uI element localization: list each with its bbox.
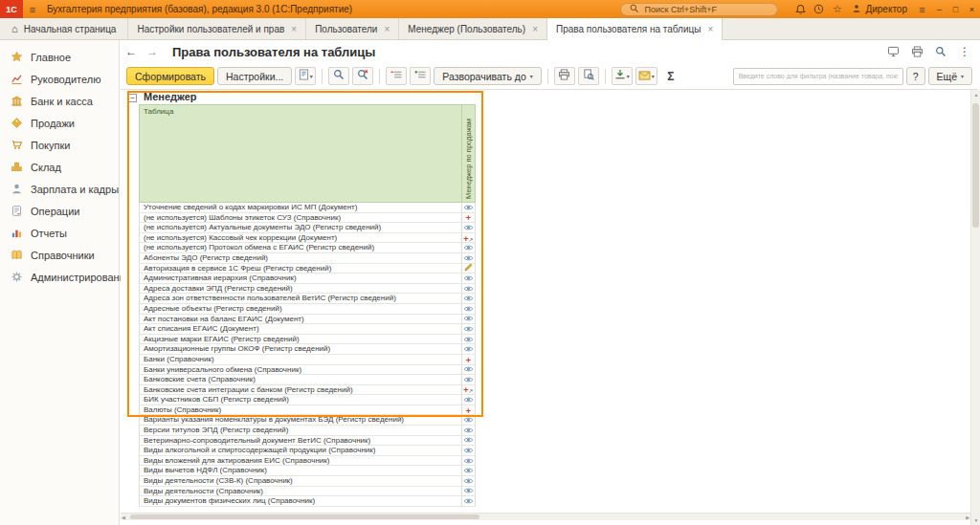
vertical-scroll-thumb[interactable] [972,103,979,228]
search-button[interactable] [328,67,349,85]
history-icon[interactable] [810,0,828,18]
table-row[interactable]: Виды деятельности (Справочник) [139,487,476,497]
table-row[interactable]: Валюты (Справочник)+ [139,405,476,416]
table-row[interactable]: БИК участников СБП (Регистр сведений) [139,395,476,405]
vertical-scrollbar[interactable]: ▲ ▼ [970,90,980,525]
table-row[interactable]: Адресные объекты (Регистр сведений) [139,304,476,315]
sidebar-item[interactable]: Продажи [0,112,119,134]
sidebar-item[interactable]: Отчеты [0,222,119,244]
home-tab[interactable]: ⌂ Начальная страница [0,18,127,39]
table-row[interactable]: Виды документов физических лиц (Справочн… [139,496,476,507]
table-row[interactable]: Адреса зон ответственности пользователей… [139,294,476,304]
sidebar-item[interactable]: Справочники [0,244,119,266]
table-row[interactable]: Ветеринарно-сопроводительный документ Ве… [139,436,476,447]
user-menu[interactable]: Директор [852,4,907,15]
collapse-group-icon[interactable]: − [128,94,137,102]
sidebar-item[interactable]: Зарплата и кадры [0,178,119,200]
more-menu-icon[interactable]: ⋮ [955,43,974,60]
sidebar-item[interactable]: Главное [0,46,119,68]
minimize-icon[interactable]: – [931,0,947,18]
service-menu-icon[interactable]: ≡ [913,0,931,18]
table-row[interactable]: Банковские счета (Справочник) [139,375,476,385]
scroll-down-icon[interactable]: ▼ [971,517,980,523]
table-row[interactable]: Адреса доставки ЭПД (Регистр сведений) [139,284,476,295]
table-row[interactable]: Виды вычетов НДФЛ (Справочник) [139,466,476,476]
table-row[interactable]: Абоненты ЭДО (Регистр сведений) [139,253,476,264]
horizontal-scrollbar[interactable]: ◀ ▶ [121,513,970,520]
expand-to-button[interactable]: Разворачивать до▾ [434,67,542,85]
sidebar-item[interactable]: Покупки [0,134,119,156]
sidebar-item[interactable]: Операции [0,200,119,222]
table-row[interactable]: Банковские счета интеграции с банком (Ре… [139,385,476,396]
tab-close-icon[interactable]: × [291,24,297,34]
table-row[interactable]: Авторизация в сервисе 1С Фреш (Регистр с… [139,264,476,274]
save-button[interactable]: ▾ [612,67,633,85]
table-name: (не используется) Кассовый чек коррекции… [139,233,462,244]
table-row[interactable]: (не используется) Шаблоны этикеток СУЗ (… [139,213,476,224]
horizontal-scroll-thumb[interactable] [130,514,479,519]
table-row[interactable]: (не используется) Актуальные документы Э… [139,223,476,233]
sidebar-item[interactable]: Банк и касса [0,90,119,112]
table-row[interactable]: Банки (Справочник)+ [139,355,476,365]
tab-label: Права пользователя на таблицы [556,24,701,34]
table-row[interactable]: (не используется) Протокол обмена с ЕГАИ… [139,243,476,253]
tab[interactable]: Настройки пользователей и прав× [127,18,305,39]
maximize-icon[interactable]: □ [947,0,964,18]
column-header-rotated[interactable]: Менеджер по продажам [462,104,476,203]
table-row[interactable]: Акцизные марки ЕГАИС (Регистр сведений) [139,335,476,345]
settings-button[interactable]: Настройки... [217,67,292,85]
tab[interactable]: Менеджер (Пользователь)× [398,18,546,39]
table-row[interactable]: Варианты указания номенклатуры в докумен… [139,415,476,426]
filter-input[interactable] [733,68,903,85]
search-clear-button[interactable] [352,67,373,85]
table-row[interactable]: Административная иерархия (Справочник) [139,273,476,284]
table-name: Виды документов физических лиц (Справочн… [139,496,462,507]
more-button[interactable]: Ещё▾ [928,67,973,85]
table-row[interactable]: Акт постановки на баланс ЕГАИС (Документ… [139,315,476,325]
display-settings-icon[interactable] [883,43,902,60]
print-preview-button[interactable] [578,67,599,85]
notifications-icon[interactable] [791,0,810,18]
table-row[interactable]: Виды вложений для актирования ЕИС (Справ… [139,456,476,467]
tab[interactable]: Пользователи× [305,18,398,39]
collapse-groups-button[interactable] [386,67,407,85]
find-icon[interactable] [931,43,950,60]
close-icon[interactable]: × [964,0,980,18]
forward-button[interactable]: → [142,45,163,58]
table-row[interactable]: Виды алкогольной и спиртосодержащей прод… [139,446,476,456]
back-button[interactable]: ← [121,45,142,58]
column-header-table[interactable]: Таблица [139,104,462,203]
sidebar-item[interactable]: Руководителю [0,68,119,90]
tab[interactable]: Права пользователя на таблицы× [546,18,723,40]
table-row[interactable]: Версии титулов ЭПД (Регистр сведений) [139,426,476,436]
tab-close-icon[interactable]: × [532,24,538,34]
report-variants-button[interactable]: ▾ [295,67,316,85]
print-icon[interactable] [907,43,926,60]
send-email-button[interactable]: ▾ [635,67,657,85]
global-search[interactable]: Поиск Ctrl+Shift+F [620,3,778,16]
help-button[interactable]: ? [906,67,925,85]
rights-cell: + [462,213,476,224]
scroll-left-icon[interactable]: ◀ [122,514,125,521]
main-menu-icon[interactable]: ≡ [23,4,42,15]
table-row[interactable]: Акт списания ЕГАИС (Документ) [139,324,476,335]
table-row[interactable]: Виды деятельности (СЗВ-К) (Справочник) [139,476,476,487]
tab-close-icon[interactable]: × [384,24,390,34]
sum-button[interactable]: Σ [660,67,681,85]
rights-cell [462,446,476,456]
expand-groups-button[interactable] [410,67,431,85]
sidebar-item[interactable]: Склад [0,156,119,178]
tab-close-icon[interactable]: × [707,24,713,34]
table-row[interactable]: (не используется) Кассовый чек коррекции… [139,233,476,244]
sidebar-item[interactable]: Администрирование [0,266,119,288]
table-row[interactable]: Банки универсального обмена (Справочник) [139,365,476,376]
book-icon [11,249,23,261]
generate-button[interactable]: Сформировать [126,67,214,85]
table-row[interactable]: Уточнение сведений о кодах маркировки ИС… [139,203,476,213]
scroll-up-icon[interactable]: ▲ [971,92,980,98]
print-button[interactable] [554,67,575,85]
table-name: Акт списания ЕГАИС (Документ) [139,324,462,335]
table-row[interactable]: Амортизационные группы ОКОФ (Регистр све… [139,344,476,355]
scroll-right-icon[interactable]: ▶ [966,514,969,521]
favorites-icon[interactable]: ☆ [828,0,846,18]
